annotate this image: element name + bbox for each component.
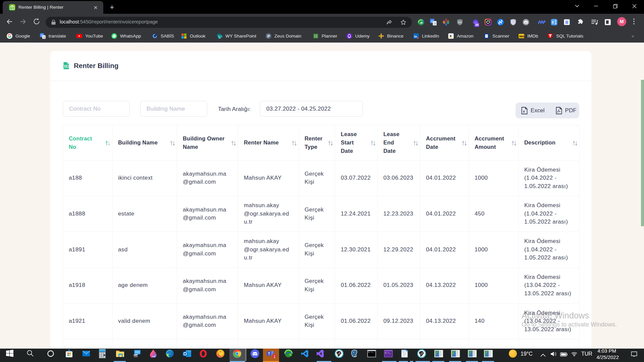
svg-text:x: x bbox=[523, 109, 525, 113]
svg-text:a: a bbox=[450, 34, 452, 38]
svg-text:B: B bbox=[566, 20, 569, 25]
svg-text:F: F bbox=[552, 20, 554, 24]
svg-text:T: T bbox=[268, 352, 270, 356]
svg-text:文: 文 bbox=[43, 36, 46, 39]
svg-text:UO: UO bbox=[458, 21, 462, 23]
svg-text:P: P bbox=[267, 34, 270, 38]
svg-text:PSD: PSD bbox=[64, 65, 67, 67]
svg-text:文: 文 bbox=[434, 22, 436, 25]
svg-text:C:\>_: C:\>_ bbox=[368, 351, 374, 354]
svg-text:IMDb: IMDb bbox=[519, 35, 524, 38]
svg-text:34: 34 bbox=[475, 23, 479, 26]
svg-text:C:\_: C:\_ bbox=[385, 352, 391, 354]
svg-text:in: in bbox=[414, 35, 417, 38]
svg-text:s: s bbox=[218, 35, 220, 38]
